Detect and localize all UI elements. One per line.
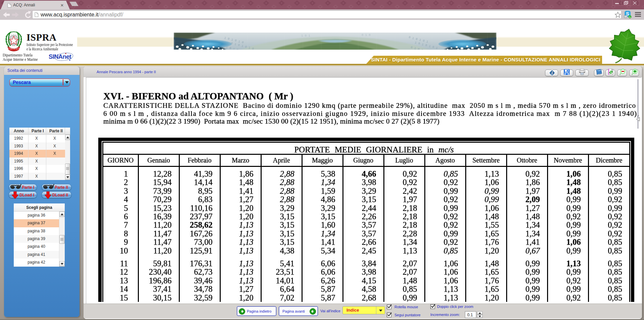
svg-text:0 1 0: 0 1 0 <box>362 34 371 37</box>
svg-text:1 0 1: 1 0 1 <box>301 34 310 38</box>
svg-text:SINAnet: SINAnet <box>49 53 71 60</box>
svg-text:i: i <box>551 71 553 76</box>
svg-text:REPUBBLICA ITALIANA: REPUBBLICA ITALIANA <box>6 48 21 50</box>
